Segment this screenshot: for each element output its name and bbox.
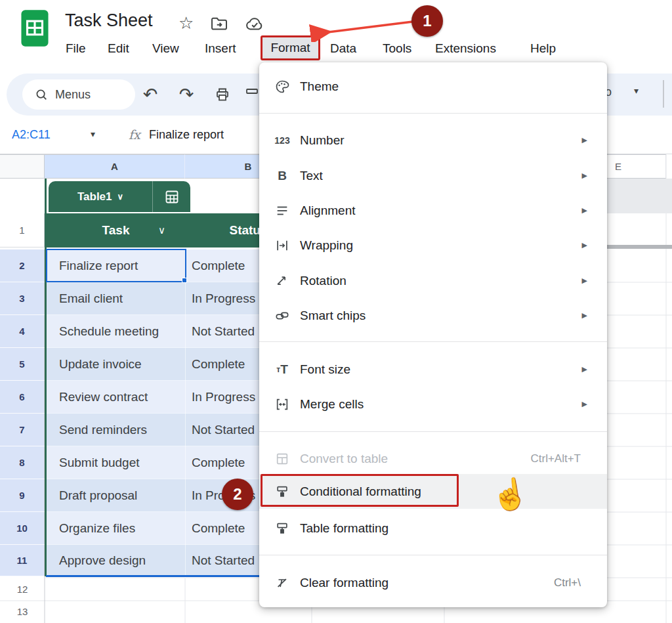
chevron-down-icon[interactable]: ∨ bbox=[158, 213, 165, 247]
menu-item-merge-cells[interactable]: Merge cells ▶ bbox=[259, 387, 607, 421]
annotation-step-2: 2 bbox=[222, 479, 253, 510]
menu-divider bbox=[259, 555, 607, 555]
format-menu: Theme 123 Number ▶ B Text ▶ Alignment ▶ … bbox=[259, 62, 607, 607]
menubar-view[interactable]: View bbox=[152, 38, 179, 59]
cell-task[interactable]: Submit budget bbox=[59, 446, 140, 479]
star-icon[interactable]: ☆ bbox=[178, 13, 194, 33]
shortcut-label: Ctrl+Alt+T bbox=[530, 441, 581, 476]
row-header[interactable]: 2 bbox=[0, 249, 45, 282]
fill-handle[interactable] bbox=[182, 278, 187, 283]
menu-item-text[interactable]: B Text ▶ bbox=[259, 158, 607, 193]
cell-task[interactable]: Send reminders bbox=[59, 414, 147, 446]
rotation-icon bbox=[274, 272, 291, 290]
toolbar-divider bbox=[663, 80, 664, 108]
column-header-a[interactable]: A bbox=[45, 154, 185, 179]
row-header[interactable]: 11 bbox=[0, 545, 45, 576]
cell-task[interactable]: Email client bbox=[59, 282, 123, 315]
name-box[interactable]: A2:C11 bbox=[12, 128, 51, 142]
cell-status[interactable]: Not Started bbox=[192, 414, 255, 446]
palette-icon bbox=[274, 78, 291, 95]
redo-button[interactable]: ↷ bbox=[172, 79, 201, 110]
cell-status[interactable]: Complete bbox=[192, 348, 245, 381]
cell-status[interactable]: In Progress bbox=[192, 381, 255, 414]
menubar-file[interactable]: File bbox=[66, 38, 86, 59]
menu-divider bbox=[259, 341, 607, 342]
row-header[interactable]: 3 bbox=[0, 282, 45, 315]
number-123-icon: 123 bbox=[274, 132, 291, 149]
annotation-highlight-box-2 bbox=[261, 474, 459, 507]
cell-status[interactable]: Not Started bbox=[192, 545, 255, 578]
row-header-13[interactable]: 13 bbox=[0, 601, 45, 623]
cell-status[interactable]: Complete bbox=[192, 446, 245, 479]
submenu-arrow-icon: ▶ bbox=[582, 387, 587, 421]
row-header[interactable]: 10 bbox=[0, 512, 45, 545]
table-grid-icon[interactable] bbox=[153, 181, 190, 212]
menu-item-smart-chips[interactable]: Smart chips ▶ bbox=[259, 298, 607, 333]
document-title[interactable]: Task Sheet bbox=[65, 11, 153, 31]
cell-task[interactable]: Schedule meeting bbox=[59, 315, 159, 348]
menu-item-number[interactable]: 123 Number ▶ bbox=[259, 123, 607, 158]
table-left-border bbox=[45, 179, 47, 576]
row-header-12[interactable]: 12 bbox=[0, 578, 45, 601]
smart-chips-icon bbox=[274, 307, 291, 324]
cloud-saved-icon[interactable] bbox=[244, 16, 265, 32]
selection-bottom-border bbox=[46, 575, 261, 577]
fx-icon: fx bbox=[129, 127, 140, 142]
row-header[interactable]: 6 bbox=[0, 381, 45, 414]
submenu-arrow-icon: ▶ bbox=[582, 228, 587, 263]
annotation-step-1: 1 bbox=[411, 5, 443, 37]
search-icon bbox=[34, 87, 49, 102]
active-cell-border bbox=[46, 249, 186, 282]
cell-task[interactable]: Update invoice bbox=[59, 348, 142, 381]
menu-item-font-size[interactable]: тT Font size ▶ bbox=[259, 352, 607, 387]
paint-format-button-partial[interactable] bbox=[244, 79, 260, 110]
search-menus-button[interactable]: Menus bbox=[22, 79, 135, 110]
cell-status[interactable]: In Progress bbox=[192, 282, 255, 315]
name-box-caret-icon[interactable]: ▾ bbox=[91, 129, 95, 139]
cell-task[interactable]: Approve design bbox=[59, 545, 146, 578]
cell-task[interactable]: Draft proposal bbox=[59, 479, 137, 512]
menubar-insert[interactable]: Insert bbox=[205, 38, 236, 59]
row-header[interactable]: 4 bbox=[0, 315, 45, 348]
menu-item-clear-formatting[interactable]: Clear formatting Ctrl+\ bbox=[259, 565, 607, 600]
cell-status[interactable]: Not Started bbox=[192, 315, 255, 348]
submenu-arrow-icon: ▶ bbox=[582, 193, 587, 228]
menu-item-wrapping[interactable]: Wrapping ▶ bbox=[259, 228, 607, 263]
merge-cells-icon bbox=[274, 396, 291, 413]
bold-icon: B bbox=[274, 167, 291, 184]
undo-button[interactable]: ↶ bbox=[136, 79, 165, 110]
undo-icon: ↶ bbox=[143, 84, 158, 105]
menu-item-theme[interactable]: Theme bbox=[259, 69, 607, 104]
submenu-arrow-icon: ▶ bbox=[582, 123, 587, 158]
select-all-corner[interactable] bbox=[0, 154, 45, 179]
submenu-arrow-icon: ▶ bbox=[582, 298, 587, 333]
table-chip-label: Table1 bbox=[77, 190, 112, 204]
print-button[interactable] bbox=[208, 79, 237, 110]
menu-divider bbox=[259, 431, 607, 432]
row-header[interactable]: 8 bbox=[0, 446, 45, 479]
cell-status[interactable]: Complete bbox=[192, 249, 245, 282]
row-header[interactable]: 5 bbox=[0, 348, 45, 381]
menubar-extensions[interactable]: Extensions bbox=[435, 38, 496, 59]
row-header[interactable]: 7 bbox=[0, 414, 45, 446]
menubar-help[interactable]: Help bbox=[530, 38, 556, 59]
paint-format-icon bbox=[244, 87, 260, 102]
menubar-edit[interactable]: Edit bbox=[108, 38, 129, 59]
wrap-icon bbox=[274, 237, 291, 254]
cell-task[interactable]: Organize files bbox=[59, 512, 135, 545]
menu-item-table-formatting[interactable]: Table formatting bbox=[259, 511, 607, 546]
sheets-logo[interactable] bbox=[20, 9, 50, 47]
submenu-arrow-icon: ▶ bbox=[582, 352, 587, 387]
menu-item-rotation[interactable]: Rotation ▶ bbox=[259, 263, 607, 298]
cell-task[interactable]: Review contract bbox=[59, 381, 148, 414]
row-header-1[interactable]: 1 bbox=[0, 213, 45, 247]
cell-status[interactable]: Complete bbox=[192, 512, 245, 545]
menu-divider bbox=[259, 113, 607, 114]
clear-formatting-icon bbox=[274, 574, 291, 591]
chevron-down-icon: ▾ bbox=[634, 85, 639, 96]
formula-input[interactable]: Finalize report bbox=[149, 128, 224, 142]
row-header[interactable]: 9 bbox=[0, 479, 45, 512]
menu-item-alignment[interactable]: Alignment ▶ bbox=[259, 193, 607, 228]
table-chip[interactable]: Table1∨ bbox=[49, 181, 190, 212]
move-to-folder-icon[interactable] bbox=[210, 16, 228, 31]
